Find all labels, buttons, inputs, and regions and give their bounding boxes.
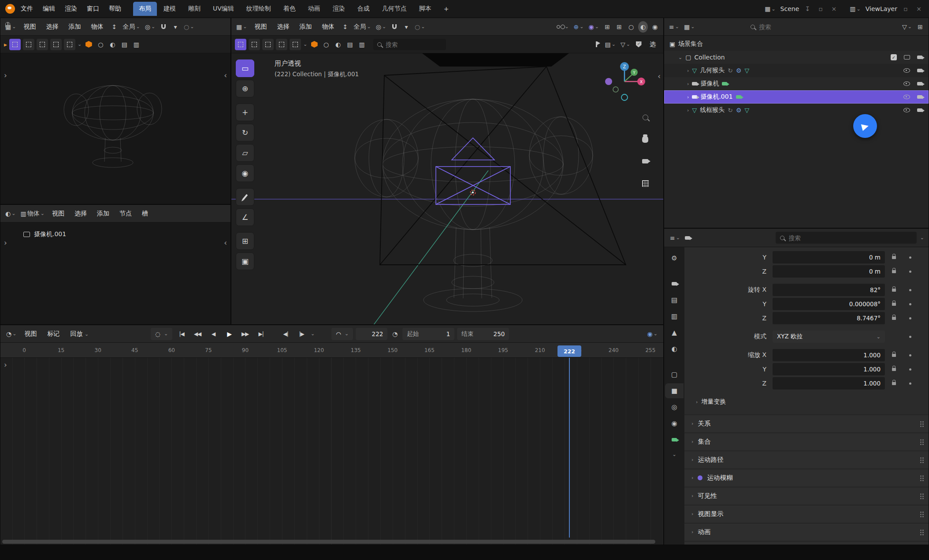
- playhead-line[interactable]: [569, 358, 570, 538]
- orientation-select[interactable]: 全局⌄: [121, 21, 141, 33]
- tab-collection[interactable]: ▢: [665, 367, 684, 382]
- tab-scene[interactable]: ▲: [665, 325, 684, 340]
- lock-icon[interactable]: [885, 354, 903, 357]
- number-field[interactable]: 1.000: [773, 377, 885, 389]
- marker-menu[interactable]: 标记: [43, 328, 63, 340]
- number-field[interactable]: 82°: [773, 284, 885, 296]
- view-menu[interactable]: 视图: [48, 208, 68, 220]
- visibility-dropdown[interactable]: ⌄: [555, 21, 570, 33]
- snap-target-button[interactable]: ▾: [171, 21, 180, 33]
- sidebar-toggle-icon[interactable]: ‹: [224, 238, 227, 247]
- new-scene-icon[interactable]: ▫: [816, 3, 825, 15]
- add-menu[interactable]: 添加: [93, 208, 113, 220]
- lock-icon[interactable]: [885, 317, 903, 320]
- overlays-toggle[interactable]: ◉⌄: [587, 21, 600, 33]
- shading-compositor[interactable]: ⊞: [614, 21, 624, 33]
- panel-toggle-icon[interactable]: ›: [4, 71, 7, 80]
- active-tool-cube[interactable]: [309, 39, 319, 50]
- prev-keyframe-button[interactable]: ◀◀: [191, 328, 204, 340]
- select-menu[interactable]: 选择: [273, 21, 293, 33]
- tab-render[interactable]: 渲染: [327, 2, 351, 16]
- animate-dot[interactable]: [903, 382, 918, 385]
- render-visibility-icon[interactable]: [917, 56, 922, 59]
- tool-scale[interactable]: ▱: [236, 144, 254, 162]
- render-visibility-icon[interactable]: [917, 108, 922, 112]
- orientation-icon[interactable]: ↕: [340, 21, 350, 33]
- collection-checkbox[interactable]: ✓: [891, 54, 897, 60]
- scene-name[interactable]: Scene: [780, 5, 799, 12]
- tab-physics[interactable]: ◉: [665, 416, 684, 431]
- outliner-row-camera-001[interactable]: › 摄像机.001: [664, 90, 929, 104]
- add-menu[interactable]: 添加: [64, 21, 85, 33]
- outliner-search-input[interactable]: [758, 23, 815, 31]
- delta-transform-panel[interactable]: › 增量变换: [684, 394, 929, 409]
- viewlayer-name[interactable]: ViewLayer: [866, 5, 897, 12]
- select-mode-box[interactable]: [249, 39, 260, 50]
- panel-motion-paths[interactable]: › 运动路径: [684, 451, 929, 468]
- lock-icon[interactable]: [885, 382, 903, 385]
- pivot-point-button[interactable]: ◎⌄: [144, 21, 156, 33]
- tab-texture-paint[interactable]: 纹理绘制: [241, 2, 277, 16]
- layout-button[interactable]: ▤⌄: [604, 39, 617, 50]
- tab-shading[interactable]: 着色: [278, 2, 301, 16]
- outliner-row-geo-monkey[interactable]: › ▽ 几何猴头 ↻ ⚙ ▽: [664, 64, 929, 77]
- expand-icon[interactable]: ⌄: [678, 55, 682, 60]
- playback-menu[interactable]: 回放 ⌄: [66, 328, 93, 340]
- chevron-down-icon[interactable]: ⌄: [78, 42, 82, 47]
- orientation-icon[interactable]: ↕: [109, 21, 119, 33]
- tab-output[interactable]: ▤: [665, 293, 684, 308]
- shader-content[interactable]: › ‹ 摄像机.001: [0, 223, 230, 324]
- panel-grip[interactable]: [920, 457, 922, 459]
- outliner-row-wire-monkey[interactable]: › ▽ 线框猴头 ↻ ⚙ ▽: [664, 104, 929, 117]
- node-menu[interactable]: 节点: [115, 208, 136, 220]
- panel-motion-blur[interactable]: › 运动模糊: [684, 469, 929, 486]
- menu-render[interactable]: 渲染: [61, 3, 81, 15]
- eye-icon[interactable]: [903, 95, 910, 99]
- expand-icon[interactable]: ›: [687, 108, 689, 113]
- panel-custom-properties[interactable]: › 自定义属性: [684, 541, 929, 545]
- frame-start-field[interactable]: 起始1: [402, 328, 454, 340]
- tool-option-d[interactable]: ▥: [131, 39, 141, 50]
- select-mode-lasso[interactable]: [276, 39, 287, 50]
- jump-to-start-button[interactable]: |◀: [175, 328, 188, 340]
- scene-icon[interactable]: ▦⌄: [763, 3, 777, 15]
- pan-hand-icon[interactable]: [638, 132, 653, 147]
- animate-dot[interactable]: [903, 354, 918, 356]
- frame-back-button[interactable]: ◀|: [279, 328, 292, 340]
- tool-move[interactable]: +: [236, 104, 254, 121]
- tool-option-b[interactable]: ◐: [333, 39, 343, 50]
- viewlayer-icon[interactable]: ▥⌄: [848, 3, 862, 15]
- tool-extrude[interactable]: ▣: [236, 252, 254, 270]
- add-menu[interactable]: 添加: [295, 21, 316, 33]
- pin-scene-icon[interactable]: ↧: [803, 3, 812, 15]
- blender-logo-icon[interactable]: [5, 4, 15, 14]
- eye-icon[interactable]: [903, 82, 910, 86]
- object-menu[interactable]: 物体: [318, 21, 338, 33]
- tab-animation[interactable]: 动画: [302, 2, 326, 16]
- tool-search[interactable]: [373, 39, 446, 50]
- screen-visibility-icon[interactable]: [904, 55, 910, 59]
- object-menu[interactable]: 物体: [87, 21, 107, 33]
- shader-type-select[interactable]: ▥物体⌄: [19, 208, 45, 219]
- tool-rotate[interactable]: ↻: [236, 124, 254, 141]
- tool-option-a[interactable]: ○: [321, 39, 331, 50]
- frame-forward-button[interactable]: |▶: [295, 328, 308, 340]
- select-mode-circle[interactable]: [262, 39, 274, 50]
- tool-cursor[interactable]: ⊕: [236, 80, 254, 97]
- number-field[interactable]: 1.000: [773, 363, 885, 375]
- shading-rendered[interactable]: ◉: [650, 21, 660, 33]
- slot-label[interactable]: 槽: [138, 208, 152, 220]
- keying-set-group[interactable]: ◠⌄: [331, 328, 353, 340]
- number-field[interactable]: 1.000: [773, 349, 885, 361]
- number-field[interactable]: 0 m: [773, 265, 885, 278]
- tab-render[interactable]: [665, 276, 684, 291]
- ortho-grid-icon[interactable]: [638, 176, 653, 191]
- tool-measure[interactable]: ∠: [236, 208, 254, 226]
- tool-annotate[interactable]: [236, 188, 254, 206]
- motion-blur-toggle[interactable]: [698, 475, 702, 480]
- gizmos-toggle[interactable]: ⊕⌄: [572, 21, 585, 33]
- lock-icon[interactable]: [885, 289, 903, 292]
- select-mode-tweak[interactable]: [235, 39, 246, 50]
- render-visibility-icon[interactable]: [917, 82, 922, 85]
- tool-option-c[interactable]: ▤: [345, 39, 355, 50]
